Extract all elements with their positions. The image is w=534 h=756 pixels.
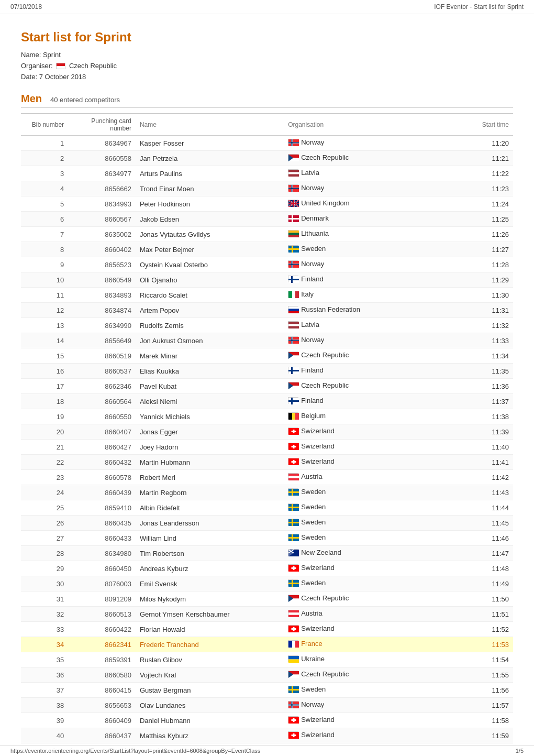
name-cell: Robert Merl: [136, 470, 284, 485]
time-cell: 11:44: [459, 500, 513, 516]
org-name: Latvia: [301, 321, 319, 328]
org-name: Austria: [301, 473, 322, 480]
bib-cell: 15: [21, 348, 68, 364]
org-cell: Sweden: [284, 576, 459, 591]
svg-rect-40: [288, 279, 299, 280]
name-cell: Martin Regborn: [136, 485, 284, 500]
name-cell: Gernot Ymsen Kerschbaumer: [136, 607, 284, 622]
country-flag-icon: [288, 215, 298, 222]
svg-rect-4: [292, 139, 293, 146]
bib-cell: 29: [21, 561, 68, 576]
punch-cell: 8660427: [68, 440, 136, 455]
name-cell: William Lind: [136, 531, 284, 546]
name-label: Name:: [21, 51, 41, 59]
table-row: 348662341Frederic TranchandFrance11:53: [21, 637, 513, 652]
org-name: Swizerland: [301, 731, 335, 739]
bib-cell: 19: [21, 409, 68, 424]
svg-rect-92: [288, 537, 299, 539]
table-row: 198660550Yannick MichielsBelgium11:38: [21, 409, 513, 424]
org-name: Norway: [301, 138, 324, 146]
org-cell: Swizerland: [284, 561, 459, 576]
org-cell: Swizerland: [284, 728, 459, 743]
punch-cell: 8662341: [68, 637, 136, 652]
country-flag-icon: [288, 306, 298, 313]
org-cell: Sweden: [284, 485, 459, 500]
bib-cell: 3: [21, 166, 68, 181]
org-name: Czech Republic: [301, 154, 349, 161]
table-row: 68660567Jakob EdsenDenmark11:25: [21, 212, 513, 227]
country-flag-icon: [288, 169, 298, 176]
punch-cell: 8635002: [68, 227, 136, 242]
table-row: 258659410Albin RidefeltSweden11:44: [21, 500, 513, 516]
country-flag-icon: [288, 671, 298, 677]
bib-cell: 27: [21, 531, 68, 546]
org-name: Sweden: [301, 685, 326, 693]
time-cell: 11:39: [459, 424, 513, 440]
time-cell: 11:23: [459, 181, 513, 196]
punch-cell: 8634967: [68, 136, 136, 151]
bottom-bar: https://eventor.orienteering.org/Events/…: [0, 745, 534, 756]
name-cell: Frederic Tranchand: [136, 637, 284, 652]
svg-rect-44: [288, 306, 299, 309]
punch-cell: 8660402: [68, 242, 136, 257]
org-cell: Sweden: [284, 500, 459, 516]
time-cell: 11:47: [459, 546, 513, 561]
country-flag-icon: [288, 154, 298, 161]
bottom-url: https://eventor.orienteering.org/Events/…: [10, 748, 260, 754]
org-name: Finland: [301, 275, 324, 283]
org-cell: Finland: [284, 364, 459, 379]
name-cell: Kasper Fosser: [136, 136, 284, 151]
org-name: Norway: [301, 336, 324, 344]
table-header-row: Bib number Punching card number Name Org…: [21, 114, 513, 136]
col-name: Name: [136, 114, 284, 136]
name-cell: Elias Kuukka: [136, 364, 284, 379]
name-cell: Joey Hadorn: [136, 440, 284, 455]
name-cell: Trond Einar Moen: [136, 181, 284, 196]
time-cell: 11:45: [459, 516, 513, 531]
country-flag-icon: [288, 564, 298, 571]
punch-cell: 8660537: [68, 364, 136, 379]
table-row: 368660580Vojtech KralCzech Republic11:55: [21, 667, 513, 683]
table-row: 378660415Gustav BergmanSweden11:56: [21, 683, 513, 698]
table-row: 118634893Riccardo ScaletItaly11:30: [21, 288, 513, 303]
table-row: 158660519Marek MinarCzech Republic11:34: [21, 348, 513, 364]
time-cell: 11:56: [459, 683, 513, 698]
table-row: 218660427Joey HadornSwizerland11:40: [21, 440, 513, 455]
svg-rect-45: [288, 309, 299, 311]
org-cell: Sweden: [284, 242, 459, 257]
org-name: Sweden: [301, 579, 326, 587]
table-row: 298660450Andreas KyburzSwizerland11:48: [21, 561, 513, 576]
country-flag-icon: [288, 716, 298, 723]
table-row: 38634977Arturs PaulinsLatvia11:22: [21, 166, 513, 181]
name-cell: Marek Minar: [136, 348, 284, 364]
page-title: Start list for Sprint: [21, 30, 513, 45]
punch-cell: 8659391: [68, 652, 136, 667]
punch-cell: 8634980: [68, 546, 136, 561]
org-cell: Norway: [284, 257, 459, 272]
name-cell: Peter Hodkinson: [136, 196, 284, 212]
time-cell: 11:29: [459, 272, 513, 288]
org-name: Czech Republic: [301, 381, 349, 389]
name-cell: Max Peter Bejmer: [136, 242, 284, 257]
name-cell: Jakob Edsen: [136, 212, 284, 227]
country-flag-icon: [288, 291, 298, 298]
name-cell: Florian Howald: [136, 622, 284, 637]
punch-cell: 8660564: [68, 394, 136, 409]
country-flag-icon: [288, 336, 298, 343]
men-title: Men: [21, 93, 42, 105]
bib-cell: 14: [21, 333, 68, 348]
name-cell: Matthias Kyburz: [136, 728, 284, 743]
time-cell: 11:28: [459, 257, 513, 272]
org-name: Swizerland: [301, 442, 335, 450]
country-flag-icon: [288, 245, 298, 252]
table-row: 28660558Jan PetrzelaCzech Republic11:21: [21, 151, 513, 166]
country-flag-icon: [288, 458, 298, 465]
bib-cell: 39: [21, 713, 68, 728]
org-name: France: [301, 640, 322, 648]
org-cell: Swizerland: [284, 455, 459, 470]
punch-cell: 8660437: [68, 728, 136, 743]
country-flag-icon: [288, 382, 298, 389]
country-flag-icon: [288, 276, 298, 282]
org-cell: Swizerland: [284, 713, 459, 728]
punch-cell: 8660432: [68, 455, 136, 470]
